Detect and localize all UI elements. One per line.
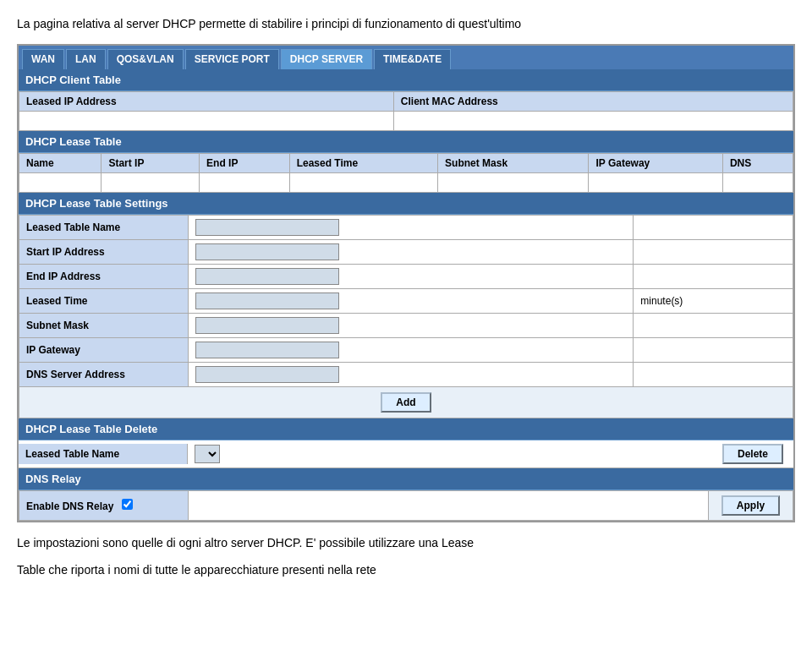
subnet-mask-cell <box>438 173 589 193</box>
col-subnet-mask: Subnet Mask <box>438 154 589 173</box>
dns-relay-header: DNS Relay <box>19 468 793 490</box>
enable-dns-label: Enable DNS Relay <box>26 500 113 512</box>
apply-button[interactable]: Apply <box>721 495 780 516</box>
settings-row-table-name: Leased Table Name <box>19 216 793 240</box>
settings-row-start-ip: Start IP Address <box>19 240 793 265</box>
leased-table-select[interactable] <box>195 445 220 463</box>
outro-text-line2: Table che riporta i nomi di tutte le app… <box>17 563 795 577</box>
col-leased-ip: Leased IP Address <box>19 92 394 112</box>
intro-text: La pagina relativa al server DHCP permet… <box>17 17 795 30</box>
col-start-ip: Start IP <box>102 154 200 173</box>
col-name: Name <box>19 154 102 173</box>
label-ip-gateway: IP Gateway <box>19 338 189 363</box>
add-button-cell: Add <box>19 387 793 418</box>
lease-delete-header: DHCP Lease Table Delete <box>19 418 793 440</box>
tab-lan[interactable]: LAN <box>66 49 106 69</box>
end-ip-cell <box>200 173 290 193</box>
leased-time-cell <box>289 173 437 193</box>
value-start-ip <box>189 240 634 265</box>
enable-dns-checkbox[interactable] <box>122 499 133 510</box>
client-table-header: DHCP Client Table <box>19 69 793 91</box>
label-leased-time: Leased Time <box>19 289 189 314</box>
tab-qos-vlan[interactable]: QOS&VLAN <box>107 49 184 69</box>
spacer-6 <box>634 363 793 387</box>
apply-cell: Apply <box>709 491 793 521</box>
dns-cell <box>722 173 793 193</box>
input-ip-gateway[interactable] <box>195 342 339 358</box>
spacer-1 <box>634 216 793 240</box>
table-row <box>19 173 793 193</box>
value-leased-table-name <box>189 216 634 240</box>
label-enable-dns-relay: Enable DNS Relay <box>19 491 189 521</box>
client-table: Leased IP Address Client MAC Address <box>19 91 793 131</box>
col-dns: DNS <box>722 154 793 173</box>
tab-time-date[interactable]: TIME&DATE <box>374 49 451 69</box>
value-end-ip <box>189 265 634 289</box>
lease-settings-header: DHCP Lease Table Settings <box>19 193 793 215</box>
value-subnet-mask <box>189 314 634 338</box>
tab-service-port[interactable]: SERVICE PORT <box>185 49 279 69</box>
settings-row-leased-time: Leased Time minute(s) <box>19 289 793 314</box>
delete-button[interactable]: Delete <box>722 444 783 464</box>
ip-gateway-cell <box>589 173 722 193</box>
spacer-3 <box>634 265 793 289</box>
nav-tabs: WAN LAN QOS&VLAN SERVICE PORT DHCP SERVE… <box>19 46 793 69</box>
delete-select-area <box>188 441 712 467</box>
label-start-ip: Start IP Address <box>19 240 189 265</box>
settings-row-dns-server: DNS Server Address <box>19 363 793 387</box>
label-leased-table-name: Leased Table Name <box>19 216 189 240</box>
settings-row-end-ip: End IP Address <box>19 265 793 289</box>
col-end-ip: End IP <box>200 154 290 173</box>
input-dns-server[interactable] <box>195 366 339 383</box>
label-dns-server: DNS Server Address <box>19 363 189 387</box>
col-ip-gateway: IP Gateway <box>589 154 722 173</box>
dns-relay-row: Enable DNS Relay Apply <box>19 491 793 521</box>
input-start-ip[interactable] <box>195 243 339 260</box>
value-dns-server <box>189 363 634 387</box>
table-row <box>19 112 793 131</box>
dns-relay-table: Enable DNS Relay Apply <box>19 490 793 521</box>
col-client-mac: Client MAC Address <box>393 92 793 112</box>
lease-table-header: DHCP Lease Table <box>19 131 793 153</box>
add-button-row: Add <box>19 387 793 418</box>
delete-btn-area: Delete <box>712 440 793 467</box>
start-ip-cell <box>102 173 200 193</box>
label-end-ip: End IP Address <box>19 265 189 289</box>
outro-text-line1: Le impostazioni sono quelle di ogni altr… <box>17 536 795 549</box>
client-mac-cell <box>393 112 793 131</box>
lease-table: Name Start IP End IP Leased Time Subnet … <box>19 153 793 193</box>
input-leased-time[interactable] <box>195 292 339 309</box>
label-subnet-mask: Subnet Mask <box>19 314 189 338</box>
value-leased-time <box>189 289 634 314</box>
spacer-dns <box>189 491 709 521</box>
lease-settings-table: Leased Table Name Start IP Address End I… <box>19 215 793 418</box>
input-end-ip[interactable] <box>195 268 339 285</box>
main-panel: WAN LAN QOS&VLAN SERVICE PORT DHCP SERVE… <box>17 44 795 522</box>
tab-dhcp-server[interactable]: DHCP SERVER <box>281 49 372 69</box>
tab-wan[interactable]: WAN <box>22 49 64 69</box>
settings-row-subnet-mask: Subnet Mask <box>19 314 793 338</box>
delete-label: Leased Table Name <box>19 444 188 464</box>
spacer-4 <box>634 314 793 338</box>
spacer-2 <box>634 240 793 265</box>
input-subnet-mask[interactable] <box>195 317 339 334</box>
leased-ip-cell <box>19 112 394 131</box>
minutes-label: minute(s) <box>634 289 793 314</box>
delete-row: Leased Table Name Delete <box>19 440 793 468</box>
add-button[interactable]: Add <box>381 392 431 413</box>
name-cell <box>19 173 102 193</box>
col-leased-time: Leased Time <box>289 154 437 173</box>
value-ip-gateway <box>189 338 634 363</box>
input-leased-table-name[interactable] <box>195 219 339 236</box>
settings-row-ip-gateway: IP Gateway <box>19 338 793 363</box>
spacer-5 <box>634 338 793 363</box>
